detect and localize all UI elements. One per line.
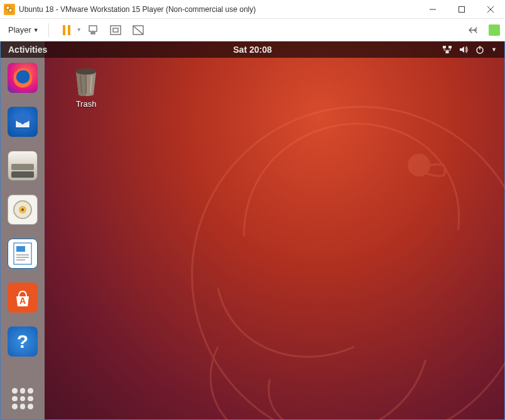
svg-rect-34 <box>446 51 449 53</box>
dock-item-ubuntu-software[interactable]: A <box>8 283 38 313</box>
dock-item-thunderbird[interactable] <box>8 107 38 137</box>
pause-vm-button[interactable] <box>59 23 74 38</box>
dock-item-libreoffice-writer[interactable] <box>8 239 38 269</box>
close-button[interactable] <box>476 0 505 18</box>
network-icon[interactable] <box>442 45 452 55</box>
power-icon[interactable] <box>475 45 485 55</box>
window-controls <box>418 0 505 18</box>
dock-item-help[interactable]: ? <box>8 326 38 357</box>
svg-rect-1 <box>9 9 12 12</box>
ubuntu-topbar: Activities Sat 20:08 ▼ <box>1 41 504 58</box>
toolbar-separator <box>48 23 49 37</box>
unity-mode-button[interactable] <box>131 23 146 38</box>
trash-can-icon <box>71 67 101 97</box>
dock-item-firefox[interactable] <box>8 63 38 93</box>
ubuntu-dock: A ? <box>1 41 45 419</box>
clock[interactable]: Sat 20:08 <box>233 45 271 55</box>
minimize-button[interactable] <box>418 0 447 18</box>
svg-point-28 <box>76 68 96 75</box>
trash-label: Trash <box>76 99 97 109</box>
show-applications-button[interactable] <box>12 388 33 409</box>
vm-display: A ? <box>0 41 505 420</box>
player-menu-label: Player <box>8 25 31 35</box>
svg-rect-11 <box>111 26 121 35</box>
svg-rect-8 <box>89 26 97 31</box>
svg-text:A: A <box>19 296 26 306</box>
notes-button[interactable] <box>489 24 500 36</box>
dock-item-rhythmbox[interactable] <box>8 195 38 225</box>
svg-rect-3 <box>459 6 465 12</box>
svg-rect-6 <box>63 25 65 35</box>
svg-point-18 <box>21 208 24 211</box>
activities-button[interactable]: Activities <box>8 45 47 55</box>
send-ctrl-alt-del-button[interactable] <box>85 23 100 38</box>
dropdown-caret-icon: ▼ <box>33 27 39 33</box>
svg-rect-32 <box>443 46 446 48</box>
svg-rect-20 <box>16 246 25 252</box>
system-tray: ▼ <box>442 45 497 55</box>
svg-rect-7 <box>68 25 70 35</box>
dock-item-files[interactable] <box>8 151 38 181</box>
window-title: Ubuntu 18 - VMware Workstation 15 Player… <box>19 5 418 14</box>
cycle-devices-button[interactable] <box>465 23 480 38</box>
desktop-icons-area: Trash <box>63 67 109 109</box>
wallpaper-artwork <box>140 68 505 420</box>
pause-dropdown-icon[interactable]: ▼ <box>77 27 82 33</box>
fullscreen-button[interactable] <box>108 23 123 38</box>
svg-line-14 <box>134 26 143 34</box>
trash-icon[interactable]: Trash <box>63 67 109 109</box>
desktop-wallpaper[interactable]: Trash <box>45 41 504 419</box>
svg-point-25 <box>192 107 505 420</box>
vmware-toolbar: Player ▼ ▼ <box>0 19 505 41</box>
ubuntu-desktop: A ? <box>1 41 504 419</box>
volume-icon[interactable] <box>459 45 469 55</box>
svg-rect-12 <box>113 28 118 32</box>
windows-titlebar: Ubuntu 18 - VMware Workstation 15 Player… <box>0 0 505 19</box>
svg-rect-33 <box>448 46 452 48</box>
svg-rect-9 <box>91 33 95 34</box>
vmware-app-icon <box>4 4 15 15</box>
player-menu[interactable]: Player ▼ <box>5 23 42 36</box>
maximize-button[interactable] <box>447 0 476 18</box>
system-menu-caret-icon[interactable]: ▼ <box>491 46 497 53</box>
